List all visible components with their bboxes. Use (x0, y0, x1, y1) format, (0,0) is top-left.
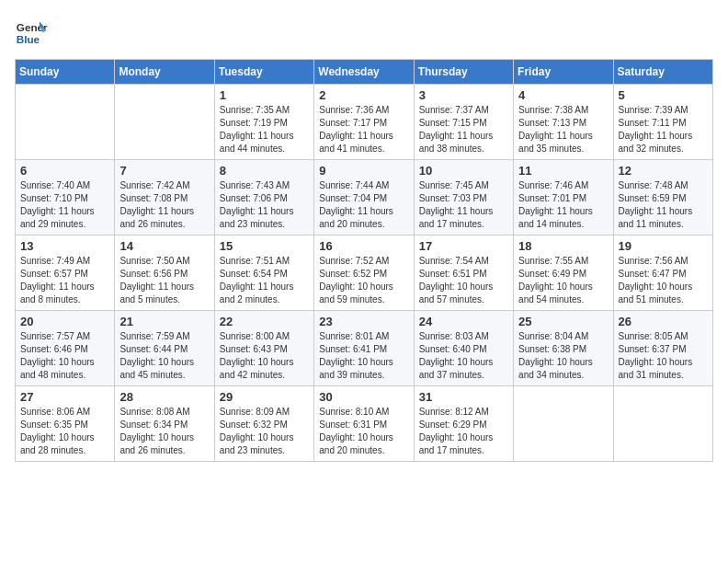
day-info: Sunrise: 7:45 AM Sunset: 7:03 PM Dayligh… (419, 179, 508, 231)
day-info: Sunrise: 8:04 AM Sunset: 6:38 PM Dayligh… (518, 330, 608, 382)
day-number: 9 (319, 164, 408, 178)
day-number: 7 (119, 164, 209, 178)
calendar-table: SundayMondayTuesdayWednesdayThursdayFrid… (15, 59, 713, 462)
day-number: 5 (619, 88, 708, 102)
logo-icon: General Blue (15, 15, 48, 48)
week-row-2: 6Sunrise: 7:40 AM Sunset: 7:10 PM Daylig… (16, 160, 713, 236)
day-number: 31 (419, 390, 508, 404)
day-info: Sunrise: 8:05 AM Sunset: 6:37 PM Dayligh… (619, 330, 708, 382)
day-info: Sunrise: 7:38 AM Sunset: 7:13 PM Dayligh… (518, 104, 608, 155)
calendar-cell: 2Sunrise: 7:36 AM Sunset: 7:17 PM Daylig… (314, 85, 414, 160)
day-number: 16 (319, 239, 408, 253)
day-number: 10 (419, 164, 508, 178)
day-info: Sunrise: 7:36 AM Sunset: 7:17 PM Dayligh… (319, 104, 408, 155)
day-info: Sunrise: 7:51 AM Sunset: 6:54 PM Dayligh… (220, 255, 309, 306)
day-number: 19 (619, 239, 708, 253)
day-number: 6 (20, 164, 109, 178)
week-row-3: 13Sunrise: 7:49 AM Sunset: 6:57 PM Dayli… (16, 236, 713, 311)
calendar-cell: 23Sunrise: 8:01 AM Sunset: 6:41 PM Dayli… (314, 311, 414, 386)
day-info: Sunrise: 7:55 AM Sunset: 6:49 PM Dayligh… (518, 255, 608, 306)
day-number: 17 (419, 239, 508, 253)
day-number: 22 (220, 315, 309, 328)
day-info: Sunrise: 8:00 AM Sunset: 6:43 PM Dayligh… (220, 330, 309, 382)
day-info: Sunrise: 8:09 AM Sunset: 6:32 PM Dayligh… (220, 406, 309, 457)
day-number: 23 (319, 315, 408, 328)
day-number: 20 (20, 315, 109, 328)
calendar-cell: 25Sunrise: 8:04 AM Sunset: 6:38 PM Dayli… (514, 311, 613, 386)
calendar-cell: 28Sunrise: 8:08 AM Sunset: 6:34 PM Dayli… (115, 386, 214, 462)
calendar-cell: 4Sunrise: 7:38 AM Sunset: 7:13 PM Daylig… (514, 85, 613, 160)
day-header-tuesday: Tuesday (214, 60, 313, 85)
day-number: 27 (20, 390, 109, 404)
calendar-cell: 31Sunrise: 8:12 AM Sunset: 6:29 PM Dayli… (414, 386, 513, 462)
day-info: Sunrise: 7:37 AM Sunset: 7:15 PM Dayligh… (419, 104, 508, 155)
day-number: 29 (220, 390, 309, 404)
day-info: Sunrise: 8:03 AM Sunset: 6:40 PM Dayligh… (419, 330, 508, 382)
day-header-thursday: Thursday (414, 60, 513, 85)
day-number: 21 (119, 315, 209, 328)
day-header-friday: Friday (514, 60, 613, 85)
calendar-cell: 13Sunrise: 7:49 AM Sunset: 6:57 PM Dayli… (16, 236, 115, 311)
day-info: Sunrise: 7:50 AM Sunset: 6:56 PM Dayligh… (119, 255, 209, 306)
day-info: Sunrise: 7:57 AM Sunset: 6:46 PM Dayligh… (20, 330, 109, 382)
calendar-cell: 5Sunrise: 7:39 AM Sunset: 7:11 PM Daylig… (613, 85, 712, 160)
calendar-cell: 26Sunrise: 8:05 AM Sunset: 6:37 PM Dayli… (613, 311, 712, 386)
day-info: Sunrise: 7:49 AM Sunset: 6:57 PM Dayligh… (20, 255, 109, 306)
calendar-cell: 10Sunrise: 7:45 AM Sunset: 7:03 PM Dayli… (414, 160, 513, 236)
day-number: 26 (619, 315, 708, 328)
calendar-cell: 22Sunrise: 8:00 AM Sunset: 6:43 PM Dayli… (214, 311, 313, 386)
day-number: 15 (220, 239, 309, 253)
calendar-cell (514, 386, 613, 462)
day-number: 2 (319, 88, 408, 102)
calendar-cell: 3Sunrise: 7:37 AM Sunset: 7:15 PM Daylig… (414, 85, 513, 160)
day-info: Sunrise: 8:08 AM Sunset: 6:34 PM Dayligh… (119, 406, 209, 457)
calendar-cell (16, 85, 115, 160)
day-number: 24 (419, 315, 508, 328)
calendar-cell: 14Sunrise: 7:50 AM Sunset: 6:56 PM Dayli… (115, 236, 214, 311)
calendar-cell: 18Sunrise: 7:55 AM Sunset: 6:49 PM Dayli… (514, 236, 613, 311)
day-header-wednesday: Wednesday (314, 60, 414, 85)
calendar-cell: 15Sunrise: 7:51 AM Sunset: 6:54 PM Dayli… (214, 236, 313, 311)
week-row-5: 27Sunrise: 8:06 AM Sunset: 6:35 PM Dayli… (16, 386, 713, 462)
day-info: Sunrise: 7:43 AM Sunset: 7:06 PM Dayligh… (220, 179, 309, 231)
day-info: Sunrise: 7:48 AM Sunset: 6:59 PM Dayligh… (619, 179, 708, 231)
day-info: Sunrise: 7:42 AM Sunset: 7:08 PM Dayligh… (119, 179, 209, 231)
logo: General Blue (15, 15, 48, 48)
day-number: 8 (220, 164, 309, 178)
day-info: Sunrise: 7:39 AM Sunset: 7:11 PM Dayligh… (619, 104, 708, 155)
day-info: Sunrise: 7:59 AM Sunset: 6:44 PM Dayligh… (119, 330, 209, 382)
calendar-cell: 20Sunrise: 7:57 AM Sunset: 6:46 PM Dayli… (16, 311, 115, 386)
page-header: General Blue (15, 15, 713, 48)
calendar-cell: 24Sunrise: 8:03 AM Sunset: 6:40 PM Dayli… (414, 311, 513, 386)
day-info: Sunrise: 7:54 AM Sunset: 6:51 PM Dayligh… (419, 255, 508, 306)
day-info: Sunrise: 8:06 AM Sunset: 6:35 PM Dayligh… (20, 406, 109, 457)
calendar-cell: 11Sunrise: 7:46 AM Sunset: 7:01 PM Dayli… (514, 160, 613, 236)
day-number: 11 (518, 164, 608, 178)
calendar-header-row: SundayMondayTuesdayWednesdayThursdayFrid… (16, 60, 713, 85)
day-number: 18 (518, 239, 608, 253)
calendar-cell (613, 386, 712, 462)
day-number: 13 (20, 239, 109, 253)
day-info: Sunrise: 8:01 AM Sunset: 6:41 PM Dayligh… (319, 330, 408, 382)
calendar-cell: 29Sunrise: 8:09 AM Sunset: 6:32 PM Dayli… (214, 386, 313, 462)
day-info: Sunrise: 8:10 AM Sunset: 6:31 PM Dayligh… (319, 406, 408, 457)
day-header-sunday: Sunday (16, 60, 115, 85)
calendar-cell: 12Sunrise: 7:48 AM Sunset: 6:59 PM Dayli… (613, 160, 712, 236)
day-number: 1 (220, 88, 309, 102)
day-info: Sunrise: 7:44 AM Sunset: 7:04 PM Dayligh… (319, 179, 408, 231)
day-number: 4 (518, 88, 608, 102)
day-info: Sunrise: 7:56 AM Sunset: 6:47 PM Dayligh… (619, 255, 708, 306)
week-row-1: 1Sunrise: 7:35 AM Sunset: 7:19 PM Daylig… (16, 85, 713, 160)
calendar-cell: 7Sunrise: 7:42 AM Sunset: 7:08 PM Daylig… (115, 160, 214, 236)
day-number: 12 (619, 164, 708, 178)
day-number: 3 (419, 88, 508, 102)
calendar-cell: 8Sunrise: 7:43 AM Sunset: 7:06 PM Daylig… (214, 160, 313, 236)
svg-text:Blue: Blue (17, 33, 40, 45)
day-info: Sunrise: 7:40 AM Sunset: 7:10 PM Dayligh… (20, 179, 109, 231)
day-number: 14 (119, 239, 209, 253)
calendar-cell: 6Sunrise: 7:40 AM Sunset: 7:10 PM Daylig… (16, 160, 115, 236)
day-number: 30 (319, 390, 408, 404)
calendar-cell: 1Sunrise: 7:35 AM Sunset: 7:19 PM Daylig… (214, 85, 313, 160)
day-info: Sunrise: 8:12 AM Sunset: 6:29 PM Dayligh… (419, 406, 508, 457)
calendar-cell: 16Sunrise: 7:52 AM Sunset: 6:52 PM Dayli… (314, 236, 414, 311)
